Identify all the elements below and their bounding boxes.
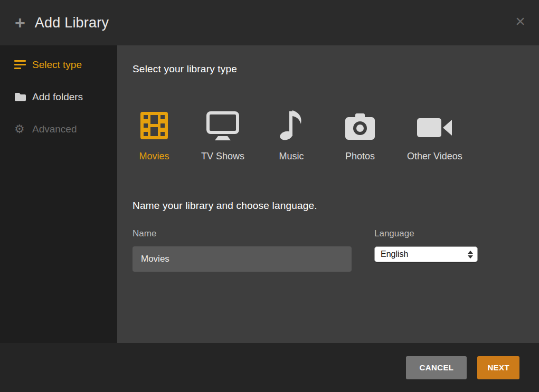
name-field-group: Name xyxy=(133,228,352,272)
wizard-steps-sidebar: Select type Add folders ⚙ Advanced xyxy=(0,45,117,343)
dialog-footer: CANCEL NEXT xyxy=(0,343,539,392)
name-label: Name xyxy=(133,228,352,239)
language-label: Language xyxy=(374,228,478,239)
sidebar-item-advanced[interactable]: ⚙ Advanced xyxy=(0,113,117,145)
next-button[interactable]: NEXT xyxy=(477,356,519,379)
type-option-label: TV Shows xyxy=(201,151,244,162)
language-select[interactable]: English xyxy=(374,246,478,262)
type-option-tv-shows[interactable]: TV Shows xyxy=(201,108,244,162)
language-selected-value: English xyxy=(381,250,468,259)
add-library-dialog: + Add Library × Select type xyxy=(0,0,539,392)
name-language-form: Name Language English xyxy=(133,228,539,272)
music-note-icon xyxy=(279,108,304,140)
select-stepper-icon xyxy=(468,251,473,259)
camera-icon xyxy=(345,108,375,140)
video-camera-icon xyxy=(417,108,452,140)
library-name-input[interactable] xyxy=(133,246,352,272)
type-option-label: Other Videos xyxy=(407,151,462,162)
cancel-button[interactable]: CANCEL xyxy=(406,356,467,379)
sidebar-item-label: Select type xyxy=(32,59,82,71)
name-section-heading: Name your library and choose language. xyxy=(133,200,539,212)
type-option-movies[interactable]: Movies xyxy=(133,108,176,162)
close-icon[interactable]: × xyxy=(515,13,525,30)
dialog-header: + Add Library × xyxy=(0,0,539,45)
type-option-label: Movies xyxy=(139,151,169,162)
library-type-heading: Select your library type xyxy=(133,63,539,75)
tv-icon xyxy=(206,108,240,140)
dialog-body: Select type Add folders ⚙ Advanced Selec… xyxy=(0,45,539,343)
sidebar-item-label: Add folders xyxy=(32,91,83,103)
type-option-other-videos[interactable]: Other Videos xyxy=(407,108,462,162)
type-option-label: Photos xyxy=(345,151,375,162)
folder-icon xyxy=(14,92,32,102)
type-option-label: Music xyxy=(279,151,304,162)
gear-icon: ⚙ xyxy=(14,123,32,135)
language-field-group: Language English xyxy=(374,228,478,262)
film-strip-icon xyxy=(140,108,168,140)
list-lines-icon xyxy=(14,60,32,70)
dialog-title: Add Library xyxy=(35,15,109,31)
type-option-photos[interactable]: Photos xyxy=(338,108,382,162)
plus-icon: + xyxy=(15,14,25,32)
library-type-picker: Movies TV Shows xyxy=(133,108,539,162)
type-option-music[interactable]: Music xyxy=(270,108,313,162)
main-panel: Select your library type xyxy=(117,45,539,343)
sidebar-item-add-folders[interactable]: Add folders xyxy=(0,81,117,113)
sidebar-item-label: Advanced xyxy=(32,123,77,135)
sidebar-item-select-type[interactable]: Select type xyxy=(0,49,117,81)
